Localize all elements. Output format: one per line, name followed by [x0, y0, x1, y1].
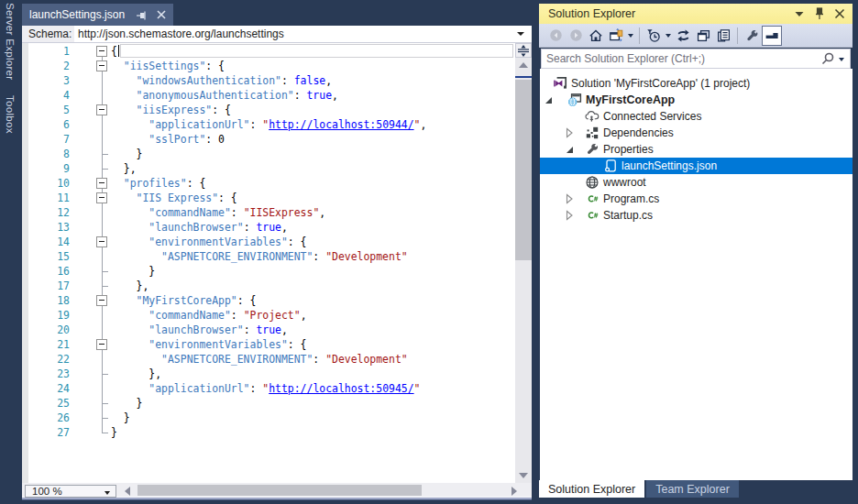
code-text: "launchBrowser": true, [111, 220, 288, 235]
zoom-level-combobox[interactable]: 100 % [25, 485, 116, 498]
collapse-arrow-icon[interactable] [564, 144, 575, 155]
schema-label: Schema: [22, 27, 73, 40]
line-number: 1 [22, 44, 70, 59]
switch-views-button[interactable] [606, 26, 626, 46]
tree-item-connected-services[interactable]: Connected Services [540, 108, 852, 125]
chevron-down-icon[interactable] [104, 491, 110, 495]
chevron-down-icon[interactable] [626, 26, 635, 46]
close-icon[interactable] [156, 9, 167, 20]
collapse-region-icon[interactable] [96, 104, 107, 115]
chevron-down-icon[interactable] [517, 32, 524, 36]
scroll-down-arrow-icon[interactable] [519, 473, 528, 478]
collapse-arrow-icon[interactable] [543, 94, 554, 105]
chevron-down-icon[interactable] [837, 49, 850, 68]
sidebar-item-toolbox[interactable]: Toolbox [5, 93, 16, 134]
outlining-margin[interactable] [70, 337, 111, 352]
collapse-all-button[interactable] [693, 26, 713, 46]
code-line: 1{ [22, 44, 426, 59]
code-text: }, [111, 279, 148, 293]
line-number: 26 [22, 411, 70, 425]
pin-icon[interactable] [136, 9, 148, 21]
tree-item-program-cs[interactable]: Program.cs [540, 191, 852, 207]
scroll-up-arrow-icon[interactable] [519, 62, 528, 68]
tree-item-label: Properties [603, 143, 654, 156]
code-text: "launchBrowser": true, [111, 323, 288, 337]
collapse-region-icon[interactable] [96, 60, 107, 71]
tree-item-myfirstcoreapp[interactable]: MyFirstCoreApp [540, 92, 852, 108]
outlining-margin[interactable] [70, 44, 111, 59]
collapse-region-icon[interactable] [96, 295, 107, 306]
tree-item-solution-myfirstcoreapp-1-project[interactable]: Solution 'MyFirstCoreApp' (1 project) [540, 75, 852, 92]
code-text: } [111, 396, 142, 411]
dependencies-icon [585, 126, 600, 140]
outlining-margin[interactable] [70, 103, 111, 117]
code-line: 6 "applicationUrl": "http://localhost:50… [22, 117, 426, 132]
line-number: 2 [22, 59, 70, 73]
pin-icon[interactable] [812, 6, 827, 21]
home-button[interactable] [586, 26, 606, 46]
scroll-left-arrow-icon[interactable] [125, 487, 130, 496]
collapse-region-icon[interactable] [96, 178, 107, 189]
code-text: "sslPort": 0 [111, 132, 225, 147]
chevron-down-icon[interactable] [664, 26, 673, 46]
horizontal-scrollbar-thumb[interactable] [138, 485, 422, 496]
search-icon[interactable] [819, 49, 837, 68]
code-text: } [111, 425, 117, 440]
schema-combobox[interactable]: http://json.schemastore.org/launchsettin… [74, 26, 532, 42]
code-text: } [111, 264, 155, 279]
line-number: 5 [22, 103, 70, 117]
properties-button[interactable] [742, 26, 762, 46]
code-line: 20 "launchBrowser": true, [22, 323, 426, 337]
left-tool-tab-strip: Server Explorer Toolbox [0, 0, 22, 504]
code-line: 24 "applicationUrl": "http://localhost:5… [22, 381, 426, 396]
collapse-region-icon[interactable] [96, 46, 107, 57]
tree-item-wwwroot[interactable]: wwwroot [540, 174, 852, 191]
expand-arrow-icon[interactable] [564, 127, 575, 138]
collapse-region-icon[interactable] [96, 192, 107, 203]
window-position-icon[interactable] [792, 6, 807, 21]
search-box[interactable]: Search Solution Explorer (Ctrl+;) [541, 49, 851, 69]
show-all-files-button[interactable] [713, 26, 733, 46]
code-line: 8 } [22, 147, 426, 161]
tree-item-startup-cs[interactable]: Startup.cs [540, 207, 852, 224]
code-line: 17 }, [22, 279, 426, 293]
outlining-margin[interactable] [70, 176, 111, 191]
collapse-region-icon[interactable] [96, 339, 107, 350]
expand-arrow-icon[interactable] [564, 193, 575, 204]
back-button[interactable] [545, 26, 566, 46]
code-editor[interactable]: 1{2 "iisSettings": {3 "windowsAuthentica… [22, 43, 515, 483]
vertical-scrollbar-thumb[interactable] [515, 80, 532, 260]
outlining-margin [70, 73, 111, 88]
line-number: 14 [22, 235, 70, 249]
tree-item-dependencies[interactable]: Dependencies [540, 125, 852, 141]
pending-changes-filter-button[interactable] [644, 26, 664, 46]
tab-solution-explorer[interactable]: Solution Explorer [539, 480, 644, 498]
preview-selected-items-button[interactable] [762, 26, 782, 46]
scroll-right-arrow-icon[interactable] [512, 487, 517, 496]
tree-item-properties[interactable]: Properties [540, 141, 852, 158]
tree-item-launchsettings-json[interactable]: launchSettings.json [540, 158, 852, 174]
document-tab-launchsettings[interactable]: launchSettings.json [22, 4, 173, 26]
code-line: 9 }, [22, 161, 426, 176]
split-editor-handle[interactable] [515, 43, 532, 58]
vertical-scrollbar[interactable] [515, 43, 532, 483]
code-text: "commandName": "IISExpress", [111, 205, 325, 220]
collapse-region-icon[interactable] [96, 236, 107, 247]
tree-item-label: Connected Services [603, 110, 701, 123]
search-input[interactable]: Search Solution Explorer (Ctrl+;) [542, 52, 819, 65]
outlining-margin[interactable] [70, 59, 111, 73]
sidebar-item-server-explorer[interactable]: Server Explorer [5, 0, 16, 80]
forward-button[interactable] [566, 26, 586, 46]
outlining-margin[interactable] [70, 191, 111, 205]
sync-with-active-document-button[interactable] [673, 26, 693, 46]
outlining-margin[interactable] [70, 235, 111, 249]
connected-services-icon [585, 109, 600, 124]
solution-explorer-titlebar[interactable]: Solution Explorer [539, 4, 852, 24]
code-text: }, [111, 161, 137, 176]
close-icon[interactable] [832, 6, 847, 21]
expand-arrow-icon[interactable] [564, 210, 575, 221]
line-number: 4 [22, 88, 70, 103]
outlining-margin[interactable] [70, 293, 111, 308]
tab-team-explorer[interactable]: Team Explorer [646, 480, 739, 498]
code-text: "applicationUrl": "http://localhost:5094… [111, 117, 426, 132]
